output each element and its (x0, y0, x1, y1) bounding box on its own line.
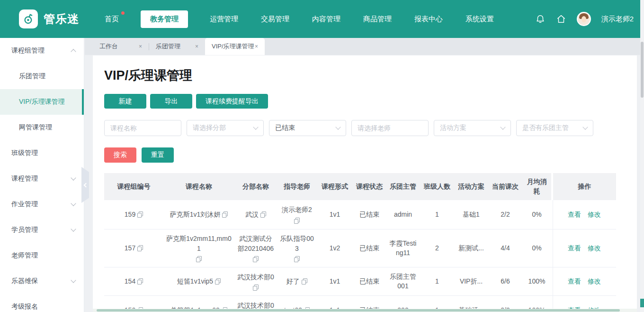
page-title: VIP/乐理课管理 (104, 67, 637, 84)
copy-icon[interactable] (196, 256, 202, 262)
copy-icon[interactable] (215, 278, 221, 284)
vertical-scrollbar[interactable] (640, 0, 644, 312)
nav-item-academic[interactable]: 教务管理 (141, 10, 188, 28)
col-teacher: 指导老师 (277, 173, 317, 200)
copy-icon[interactable] (137, 211, 143, 218)
table-header: 课程组编号 课程名称 分部名称 指导老师 课程形式 课程状态 乐团主管 班级人数… (104, 173, 616, 200)
copy-icon[interactable] (222, 211, 228, 218)
reset-button[interactable]: 重置 (142, 147, 174, 163)
user-name[interactable]: 演示老师2 (601, 15, 634, 24)
sidebar-item-homework[interactable]: 作业管理 (0, 192, 84, 217)
col-group-id: 课程组编号 (104, 173, 163, 200)
col-plan: 活动方案 (454, 173, 488, 200)
horizontal-scrollbar[interactable] (93, 309, 637, 312)
horizontal-scrollbar-thumb[interactable] (97, 309, 620, 312)
sidebar-item-class[interactable]: 班级管理 (0, 140, 84, 166)
action-buttons: 新建 导出 课程续费提醒导出 (104, 94, 637, 109)
nav-item-home[interactable]: 首页 (104, 10, 120, 28)
teacher-input[interactable] (358, 124, 422, 132)
chevron-up-icon (71, 49, 76, 54)
table-row: 159 萨克斯1v1刘沐妍 武汉 演示老师2 1v1 已结束 admin 1 基… (104, 200, 616, 229)
bell-icon[interactable] (535, 14, 546, 24)
filter-bar: 请选择分部 已结束 活动方案 是否有乐团主管 (104, 120, 637, 136)
brand[interactable]: 管乐迷 (0, 9, 102, 28)
teacher-select[interactable] (351, 120, 429, 136)
view-link[interactable]: 查看 (568, 243, 581, 253)
tab-orchestra[interactable]: 乐团管理× (149, 38, 205, 55)
col-course-name: 课程名称 (163, 173, 234, 200)
table-row: 154 短笛1v1vip5 武汉技术部0 好了 1v1 已结束 乐团主管001 … (104, 267, 616, 296)
close-icon[interactable]: × (255, 43, 258, 50)
copy-icon[interactable] (137, 245, 143, 251)
sidebar-item-teachers[interactable]: 老师管理 (0, 243, 84, 268)
sidebar-item-orchestra[interactable]: 乐团管理 (0, 64, 84, 89)
copy-icon[interactable] (302, 278, 307, 284)
close-icon[interactable]: × (195, 43, 198, 50)
copy-icon[interactable] (137, 278, 143, 284)
chevron-down-icon (71, 277, 76, 283)
col-form: 课程形式 (317, 173, 353, 200)
branch-select[interactable]: 请选择分部 (187, 120, 264, 136)
view-link[interactable]: 查看 (568, 276, 581, 286)
course-name-filter[interactable] (104, 120, 181, 136)
app-logo-icon (19, 9, 38, 28)
sidebar-item-students[interactable]: 学员管理 (0, 217, 84, 243)
view-link[interactable]: 查看 (568, 210, 581, 219)
vertical-scrollbar-thumb[interactable] (641, 42, 644, 98)
tab-workbench[interactable]: 工作台× (93, 38, 149, 55)
col-manager: 乐团主管 (386, 173, 420, 200)
renew-export-button[interactable]: 课程续费提醒导出 (196, 94, 268, 109)
table-row: 157 萨克斯1v2mm11,mm01 武汉测试分部20210406 乐队指导0… (104, 229, 616, 267)
export-button[interactable]: 导出 (150, 94, 192, 109)
chevron-down-icon (253, 124, 258, 129)
nav-item-transactions[interactable]: 交易管理 (260, 10, 290, 28)
col-consume: 月均消耗 (522, 173, 551, 200)
sidebar-collapse-button[interactable] (81, 167, 89, 203)
search-button[interactable]: 搜索 (104, 147, 136, 163)
create-button[interactable]: 新建 (104, 94, 146, 109)
sidebar-item-course-group[interactable]: 课程组管理 (0, 38, 84, 64)
navbar-right: 演示老师2 (535, 12, 640, 26)
copy-icon[interactable] (294, 256, 300, 262)
search-buttons: 搜索 重置 (104, 147, 637, 163)
course-name-input[interactable] (110, 124, 175, 132)
copy-icon[interactable] (253, 256, 259, 262)
sidebar: 课程组管理 乐团管理 VIP/乐理课管理 网管课管理 班级管理 课程管理 作业管… (0, 38, 84, 312)
home-icon[interactable] (556, 14, 566, 24)
nav-item-reports[interactable]: 报表中心 (413, 10, 444, 28)
nav-item-settings[interactable]: 系统设置 (465, 10, 495, 28)
chevron-down-icon (71, 201, 76, 206)
nav-item-content[interactable]: 内容管理 (311, 10, 341, 28)
chevron-left-icon (84, 183, 89, 187)
sidebar-item-net-course[interactable]: 网管课管理 (0, 115, 84, 140)
scrollbar-accent (640, 299, 644, 307)
notification-dot (121, 11, 125, 15)
copy-icon[interactable] (260, 211, 266, 218)
nav-item-operations[interactable]: 运营管理 (209, 10, 239, 28)
course-table: 课程组编号 课程名称 分部名称 指导老师 课程形式 课程状态 乐团主管 班级人数… (104, 173, 616, 312)
edit-link[interactable]: 修改 (588, 243, 601, 253)
chevron-down-icon (500, 124, 505, 129)
tab-vip-course[interactable]: VIP/乐理课管理× (205, 38, 265, 55)
sidebar-item-course[interactable]: 课程管理 (0, 166, 84, 192)
plan-select[interactable]: 活动方案 (434, 120, 511, 136)
nav-item-products[interactable]: 商品管理 (362, 10, 393, 28)
copy-icon[interactable] (253, 284, 259, 291)
edit-link[interactable]: 修改 (588, 276, 601, 286)
edit-link[interactable]: 修改 (588, 210, 601, 219)
status-select[interactable]: 已结束 (269, 120, 346, 136)
sidebar-item-exam[interactable]: 考级报名 (0, 294, 84, 312)
user-avatar[interactable] (577, 12, 591, 26)
sidebar-item-vip-course[interactable]: VIP/乐理课管理 (0, 89, 84, 115)
sidebar-item-instrument[interactable]: 乐器维保 (0, 268, 84, 294)
close-icon[interactable]: × (139, 43, 142, 50)
brand-name: 管乐迷 (44, 11, 79, 27)
top-navbar: 管乐迷 首页 教务管理 运营管理 交易管理 内容管理 商品管理 报表中心 系统设… (0, 0, 640, 38)
has-manager-select[interactable]: 是否有乐团主管 (516, 120, 593, 136)
col-status: 课程状态 (353, 173, 386, 200)
copy-icon[interactable] (294, 218, 300, 224)
main-content: VIP/乐理课管理 新建 导出 课程续费提醒导出 请选择分部 已结束 活动方案 … (93, 55, 637, 312)
col-size: 班级人数 (420, 173, 454, 200)
chevron-down-icon (335, 124, 340, 129)
chevron-down-icon (71, 175, 76, 180)
